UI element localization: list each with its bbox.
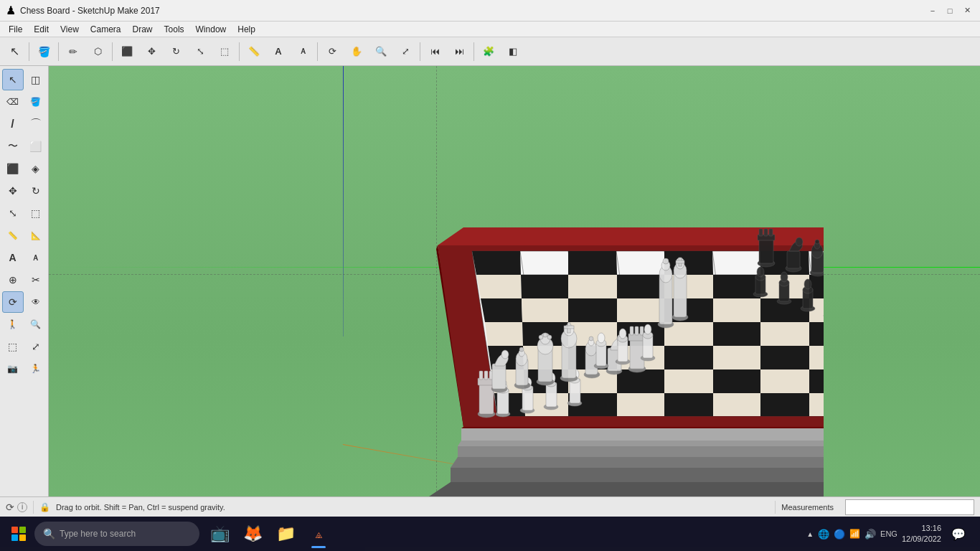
svg-point-107 <box>796 237 803 246</box>
files-icon: 📁 <box>276 524 296 543</box>
menu-help[interactable]: Help <box>232 23 261 36</box>
taskbar-app-news[interactable]: 📺 <box>204 518 235 550</box>
3d-text-button[interactable]: Ａ <box>291 40 314 63</box>
taskbar-app-sketchup[interactable]: ⟁ <box>303 518 334 550</box>
menu-tools[interactable]: Tools <box>159 23 190 36</box>
prev-view-button[interactable]: ⏮ <box>423 40 446 63</box>
system-tray: ▲ 🌐 🔵 📶 🔊 ENG <box>806 529 897 540</box>
move-button[interactable]: ✥ <box>140 40 163 63</box>
left-zoomextents-tool[interactable]: ⤢ <box>25 336 47 357</box>
left-protractor-tool[interactable]: 📐 <box>25 225 47 246</box>
network-icon[interactable]: 🌐 <box>818 529 829 540</box>
left-shape-tool[interactable]: ⬜ <box>25 136 47 157</box>
notification-button[interactable]: 💬 <box>946 521 971 547</box>
left-walkthrough-tool[interactable]: 🏃 <box>25 358 47 380</box>
line-button[interactable]: ✏ <box>62 40 85 63</box>
left-orbit-tool[interactable]: ⟳ <box>2 291 24 313</box>
maximize-button[interactable]: □ <box>943 4 957 18</box>
left-follow-me-tool[interactable]: ◈ <box>25 158 47 179</box>
svg-rect-98 <box>676 260 684 263</box>
zoom-extents-button[interactable]: ⤢ <box>394 40 417 63</box>
start-icon-red <box>11 527 18 533</box>
menu-view[interactable]: View <box>55 23 85 36</box>
left-tape-tool[interactable]: 📏 <box>2 225 24 246</box>
svg-rect-71 <box>630 337 644 369</box>
menu-window[interactable]: Window <box>190 23 232 36</box>
wifi-icon[interactable]: 📶 <box>849 529 860 539</box>
left-paint-tool[interactable]: 🪣 <box>25 91 47 113</box>
left-select-tool[interactable]: ↖ <box>2 69 24 90</box>
svg-rect-39 <box>484 371 488 380</box>
left-axes-tool[interactable]: ⊕ <box>2 269 24 291</box>
menu-file[interactable]: File <box>3 23 28 36</box>
measurements-input[interactable] <box>845 499 974 515</box>
taskbar-app-firefox[interactable]: 🦊 <box>237 518 268 550</box>
offset-button[interactable]: ⬚ <box>213 40 236 63</box>
tape-measure-button[interactable]: 📏 <box>242 40 265 63</box>
svg-point-43 <box>501 350 509 359</box>
speaker-icon[interactable]: 🔊 <box>864 529 876 540</box>
tray-arrow-icon[interactable]: ▲ <box>806 530 814 538</box>
left-tool-row-14: 📷 🏃 <box>2 358 47 380</box>
orbit-button[interactable]: ⟳ <box>321 40 344 63</box>
left-lookaround-tool[interactable]: 👁 <box>25 291 47 313</box>
scale-button[interactable]: ⤡ <box>189 40 212 63</box>
left-zoomwindow-tool[interactable]: ⬚ <box>2 336 24 357</box>
left-eraser-tool[interactable]: ⌫ <box>2 91 24 113</box>
start-icon-green <box>19 527 26 533</box>
minimize-button[interactable]: − <box>925 4 940 18</box>
menu-camera[interactable]: Camera <box>85 23 127 36</box>
left-freehand-tool[interactable]: 〜 <box>2 136 24 157</box>
paint-bucket-button[interactable]: 🪣 <box>32 40 55 63</box>
start-icon-blue <box>11 534 18 541</box>
text-button[interactable]: A <box>267 40 290 63</box>
left-zoom-tool[interactable]: 🔍 <box>25 314 47 335</box>
taskbar-search[interactable]: 🔍 Type here to search <box>34 522 199 546</box>
taskbar: 🔍 Type here to search 📺 🦊 📁 ⟁ ▲ 🌐 🔵 📶 🔊 … <box>0 517 980 551</box>
left-push-pull-tool[interactable]: ⬛ <box>2 158 24 179</box>
start-button[interactable] <box>3 518 34 550</box>
left-tool-row-5: ⬛ ◈ <box>2 158 47 179</box>
left-move-tool[interactable]: ✥ <box>2 180 24 202</box>
close-button[interactable]: ✕ <box>960 4 974 18</box>
viewport[interactable] <box>49 66 980 517</box>
measurements-label: Measurements <box>781 503 839 512</box>
svg-rect-103 <box>764 229 768 236</box>
menu-edit[interactable]: Edit <box>28 23 55 36</box>
language-label[interactable]: ENG <box>880 529 897 538</box>
left-arc-tool[interactable]: ⌒ <box>25 113 47 135</box>
taskbar-app-files[interactable]: 📁 <box>270 518 301 550</box>
rotate-button[interactable]: ↻ <box>164 40 187 63</box>
menu-draw[interactable]: Draw <box>127 23 159 36</box>
toolbar-separator-6 <box>420 42 420 61</box>
left-tool-row-9: A Ａ <box>2 247 47 268</box>
layer-button[interactable]: ◧ <box>501 40 524 63</box>
scene-canvas[interactable] <box>49 66 980 517</box>
system-clock[interactable]: 13:16 12/09/2022 <box>902 523 941 545</box>
status-lock-icon: 🔒 <box>39 502 50 512</box>
left-rotate-tool[interactable]: ↻ <box>25 180 47 202</box>
menu-bar: File Edit View Camera Draw Tools Window … <box>0 22 980 37</box>
status-message: Drag to orbit. Shift = Pan, Ctrl = suspe… <box>56 503 769 512</box>
toolbar: ↖ 🪣 ✏ ⬡ ⬛ ✥ ↻ ⤡ ⬚ 📏 A Ａ ⟳ ✋ 🔍 ⤢ ⏮ ⏭ 🧩 ◧ <box>0 37 980 66</box>
left-3dtext-tool[interactable]: Ａ <box>25 247 47 268</box>
left-text-tool[interactable]: A <box>2 247 24 268</box>
zoom-button[interactable]: 🔍 <box>369 40 392 63</box>
status-right-separator <box>775 501 776 514</box>
push-pull-button[interactable]: ⬛ <box>116 40 138 63</box>
left-tool-row-3: / ⌒ <box>2 113 47 135</box>
next-view-button[interactable]: ⏭ <box>448 40 471 63</box>
left-walk-tool[interactable]: 🚶 <box>2 314 24 335</box>
left-camera-tool[interactable]: 📷 <box>2 358 24 380</box>
left-offset-tool[interactable]: ⬚ <box>25 202 47 224</box>
select-tool-button[interactable]: ↖ <box>3 40 26 63</box>
toolbar-separator-2 <box>58 42 59 61</box>
pan-button[interactable]: ✋ <box>345 40 368 63</box>
left-scale-tool[interactable]: ⤡ <box>2 202 24 224</box>
shape-button[interactable]: ⬡ <box>86 40 109 63</box>
left-component-tool[interactable]: ◫ <box>25 69 47 90</box>
left-line-tool[interactable]: / <box>2 113 24 135</box>
component-button[interactable]: 🧩 <box>477 40 500 63</box>
globe-icon[interactable]: 🔵 <box>834 529 845 540</box>
left-section-tool[interactable]: ✂ <box>25 269 47 291</box>
